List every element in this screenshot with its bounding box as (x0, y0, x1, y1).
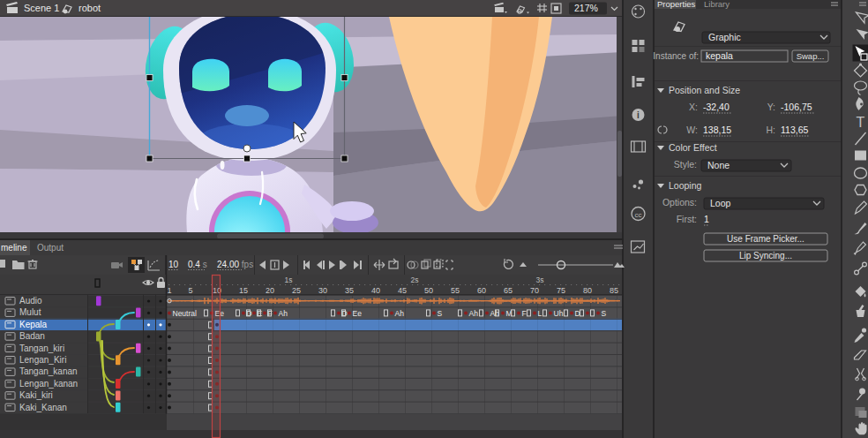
svg-text:217%: 217% (574, 3, 598, 13)
svg-text:meline: meline (1, 243, 27, 253)
svg-text:i: i (637, 110, 640, 120)
svg-text:Lip Syncing...: Lip Syncing... (739, 251, 792, 261)
svg-text:55: 55 (451, 286, 460, 295)
svg-text:Kepala: Kepala (19, 320, 48, 329)
svg-text:1s: 1s (285, 276, 293, 284)
svg-text:0.4 s: 0.4 s (188, 260, 207, 269)
svg-text:35: 35 (345, 286, 354, 295)
svg-text:X:: X: (689, 102, 698, 112)
svg-text:Tangan_kanan: Tangan_kanan (19, 366, 78, 376)
svg-text:Ah: Ah (395, 309, 405, 318)
svg-text:Ah: Ah (279, 309, 288, 318)
svg-text:Graphic: Graphic (708, 32, 741, 42)
svg-text:T: T (857, 115, 865, 130)
svg-text:24.00 fps: 24.00 fps (217, 260, 253, 269)
svg-text:45: 45 (398, 286, 407, 295)
svg-text:Use Frame Picker...: Use Frame Picker... (727, 234, 804, 244)
svg-text:25: 25 (292, 286, 301, 295)
svg-text:W:: W: (686, 125, 698, 135)
svg-text:Neutral: Neutral (173, 309, 198, 318)
svg-text:40: 40 (371, 286, 380, 295)
svg-text:Scene 1: Scene 1 (24, 3, 59, 13)
svg-text:H:: H: (767, 125, 776, 135)
svg-text:L: L (538, 309, 542, 318)
svg-text:20: 20 (266, 286, 274, 295)
svg-text:None: None (707, 160, 730, 170)
svg-text:F: F (522, 309, 527, 318)
svg-text:15: 15 (239, 286, 248, 295)
svg-text:50: 50 (424, 286, 433, 295)
svg-text:Lengan_kanan: Lengan_kanan (19, 379, 78, 389)
svg-text:Audio: Audio (19, 296, 42, 306)
svg-text:Kaki_Kanan: Kaki_Kanan (19, 403, 67, 412)
svg-text:75: 75 (557, 286, 565, 295)
svg-text:85: 85 (610, 286, 618, 295)
svg-text:60: 60 (477, 286, 486, 295)
svg-text:Swap...: Swap... (797, 51, 825, 61)
svg-text:Properties: Properties (657, 0, 696, 9)
svg-text:Uh: Uh (554, 309, 564, 318)
svg-text:Ah: Ah (469, 309, 479, 318)
svg-text:30: 30 (318, 286, 327, 295)
svg-text:Loop: Loop (710, 198, 731, 208)
svg-text:Position and Size: Position and Size (669, 85, 740, 95)
svg-text:-32,40: -32,40 (703, 102, 730, 112)
svg-text:Options:: Options: (662, 197, 697, 208)
svg-text:1: 1 (167, 286, 171, 295)
svg-text:D: D (575, 309, 580, 318)
svg-text:Looping: Looping (669, 180, 702, 191)
svg-text:Tangan_kiri: Tangan_kiri (19, 344, 64, 353)
svg-text:Mulut: Mulut (19, 307, 41, 317)
svg-text:5: 5 (188, 286, 192, 295)
svg-text:Badan: Badan (19, 331, 45, 341)
svg-text:kepala: kepala (706, 50, 733, 61)
svg-text:Lengan_Kiri: Lengan_Kiri (19, 355, 66, 365)
svg-text:Y:: Y: (767, 102, 775, 112)
svg-text:S: S (438, 309, 443, 318)
svg-text:70: 70 (530, 286, 539, 295)
svg-text:S: S (602, 309, 607, 318)
svg-text:3s: 3s (536, 276, 544, 284)
svg-text:1: 1 (704, 214, 709, 224)
svg-text:Style:: Style: (674, 159, 697, 170)
svg-text:Color Effect: Color Effect (669, 142, 717, 153)
svg-text:65: 65 (504, 286, 513, 295)
svg-text:robot: robot (79, 3, 101, 13)
svg-text:cc: cc (635, 211, 642, 219)
svg-text:113,65: 113,65 (781, 125, 808, 135)
svg-text:Library: Library (704, 0, 730, 9)
svg-text:-106,75: -106,75 (781, 102, 812, 112)
svg-text:First:: First: (677, 214, 697, 224)
svg-text:Kaki_kiri: Kaki_kiri (19, 390, 53, 400)
svg-text:10: 10 (168, 260, 179, 269)
svg-text:2s: 2s (411, 276, 419, 284)
svg-text:Instance of:: Instance of: (653, 51, 699, 61)
svg-text:138,15: 138,15 (703, 125, 731, 135)
svg-text:Ee: Ee (353, 309, 363, 318)
svg-text:Output: Output (37, 243, 64, 253)
svg-text:80: 80 (583, 286, 592, 295)
